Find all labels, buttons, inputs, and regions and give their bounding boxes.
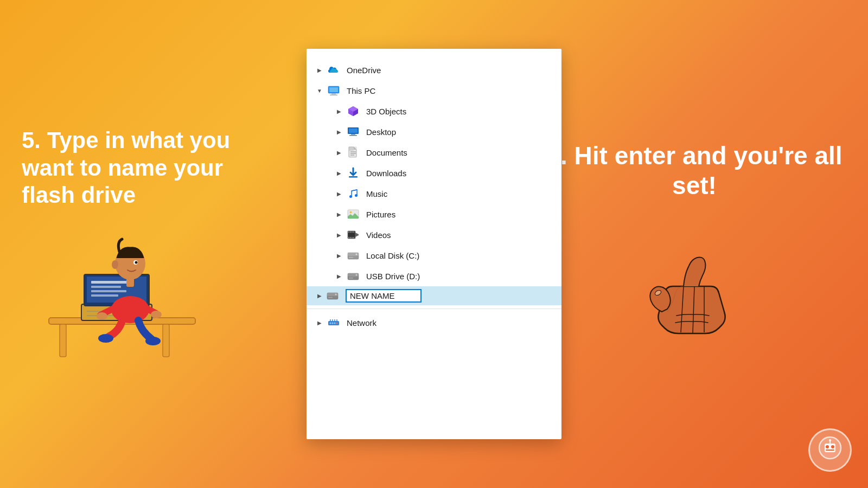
logo-icon	[818, 436, 842, 464]
pictures-label: Pictures	[366, 210, 395, 219]
localdisk-icon	[346, 249, 361, 261]
nav-item-videos[interactable]: Videos	[307, 224, 561, 245]
thispc-label: This PC	[347, 86, 375, 95]
svg-rect-24	[331, 93, 336, 95]
videos-label: Videos	[366, 230, 391, 240]
nav-item-network[interactable]: Network	[307, 312, 561, 333]
divider	[307, 309, 561, 309]
chevron-videos	[335, 230, 343, 239]
chevron-3dobjects	[335, 107, 343, 115]
pictures-icon	[346, 208, 361, 220]
usbdrive-label: USB Drive (D:)	[366, 272, 420, 281]
svg-point-20	[112, 260, 118, 269]
documents-label: Documents	[366, 148, 407, 157]
svg-marker-46	[355, 233, 359, 237]
desktop-label: Desktop	[366, 127, 396, 137]
svg-rect-39	[349, 176, 358, 178]
rename-input[interactable]	[346, 289, 422, 303]
3dobjects-label: 3D Objects	[366, 107, 406, 116]
nav-item-pictures[interactable]: Pictures	[307, 204, 561, 224]
svg-point-41	[355, 194, 358, 197]
svg-rect-10	[91, 290, 126, 292]
svg-rect-47	[348, 232, 349, 233]
svg-rect-11	[91, 294, 118, 297]
downloads-icon	[346, 167, 361, 179]
chevron-usbdrive	[335, 272, 343, 280]
videos-icon	[346, 229, 361, 241]
network-label: Network	[347, 318, 376, 328]
svg-rect-33	[349, 135, 357, 136]
logo-badge	[808, 428, 852, 472]
svg-rect-25	[330, 95, 337, 96]
localdisk-label: Local Disk (C:)	[366, 251, 419, 260]
music-label: Music	[366, 189, 387, 198]
svg-point-71	[336, 323, 338, 324]
nav-item-documents[interactable]: Documents	[307, 142, 561, 163]
downloads-label: Downloads	[366, 169, 406, 178]
nav-item-onedrive[interactable]: OneDrive	[307, 60, 561, 80]
svg-point-82	[826, 445, 829, 448]
chevron-music	[335, 189, 343, 198]
chevron-network	[315, 318, 324, 327]
svg-rect-51	[348, 237, 349, 238]
documents-icon	[346, 146, 361, 158]
svg-point-86	[829, 439, 831, 441]
usbdrive-icon	[346, 270, 361, 282]
svg-point-40	[349, 195, 352, 198]
svg-point-14	[151, 311, 162, 318]
svg-point-83	[831, 445, 834, 448]
chevron-localdisk	[335, 251, 343, 260]
svg-rect-48	[350, 232, 351, 233]
rename-row[interactable]	[307, 286, 561, 305]
rename-drive-icon	[326, 290, 341, 302]
desktop-icon	[346, 126, 361, 138]
svg-rect-31	[349, 129, 358, 133]
onedrive-label: OneDrive	[347, 66, 381, 75]
svg-rect-23	[329, 87, 338, 92]
person-illustration	[22, 231, 206, 361]
svg-point-15	[98, 334, 113, 343]
onedrive-icon	[326, 64, 341, 76]
thumbs-up-illustration	[640, 228, 749, 347]
nav-item-localdisk[interactable]: Local Disk (C:)	[307, 245, 561, 266]
svg-point-13	[97, 312, 107, 320]
svg-rect-66	[328, 297, 333, 298]
svg-rect-32	[351, 134, 355, 135]
nav-item-desktop[interactable]: Desktop	[307, 121, 561, 142]
music-icon	[346, 188, 361, 200]
chevron-onedrive	[315, 66, 324, 74]
chevron-downloads	[335, 169, 343, 177]
nav-item-3dobjects[interactable]: 3D Objects	[307, 101, 561, 121]
nav-item-downloads[interactable]: Downloads	[307, 163, 561, 183]
file-explorer-panel: OneDrive This PC 3D Objects	[307, 49, 561, 439]
svg-point-57	[356, 254, 358, 255]
svg-point-43	[350, 211, 352, 214]
svg-point-69	[332, 323, 334, 324]
nav-item-thispc[interactable]: This PC	[307, 80, 561, 101]
svg-rect-50	[353, 232, 354, 233]
svg-rect-8	[91, 281, 129, 284]
thispc-icon	[326, 85, 341, 97]
svg-point-65	[335, 293, 337, 295]
svg-point-61	[356, 274, 358, 276]
svg-rect-52	[350, 237, 351, 238]
svg-rect-58	[349, 257, 353, 258]
left-instruction-text: 5. Type in what you want to name your fl…	[22, 127, 250, 209]
svg-point-16	[145, 337, 161, 345]
svg-rect-53	[352, 237, 353, 238]
svg-rect-54	[353, 237, 354, 238]
chevron-desktop	[335, 127, 343, 136]
svg-rect-21	[126, 278, 134, 287]
right-section: 6. Hit enter and you're all set!	[521, 0, 868, 488]
nav-item-music[interactable]: Music	[307, 183, 561, 204]
svg-rect-2	[163, 324, 169, 357]
svg-rect-49	[352, 232, 353, 233]
nav-item-usbdrive[interactable]: USB Drive (D:)	[307, 266, 561, 286]
network-icon	[326, 317, 341, 329]
chevron-rename	[315, 292, 324, 300]
chevron-thispc	[315, 86, 324, 95]
3dobjects-icon	[346, 105, 361, 117]
svg-point-68	[330, 323, 331, 324]
svg-rect-1	[60, 324, 66, 357]
svg-rect-9	[91, 286, 121, 288]
